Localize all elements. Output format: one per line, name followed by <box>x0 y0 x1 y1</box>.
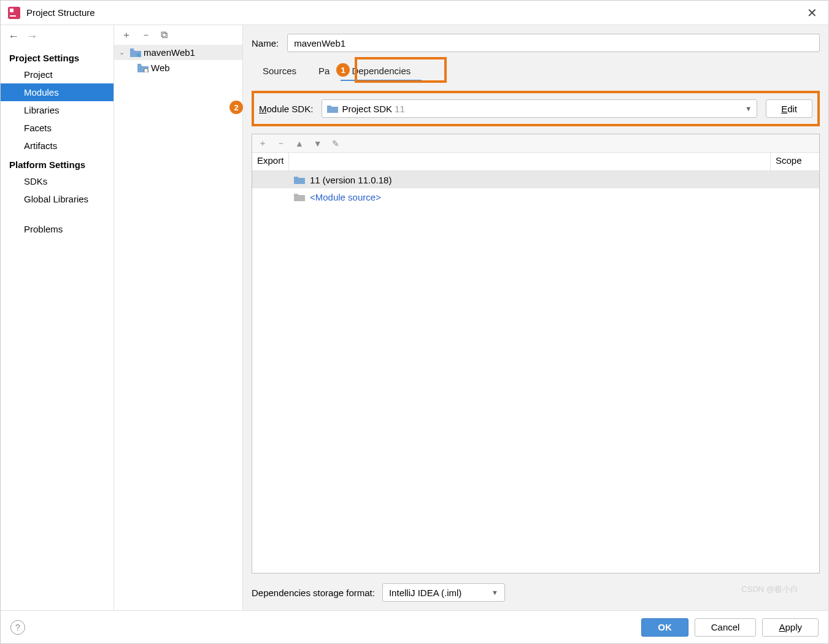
col-export: Export <box>252 153 289 171</box>
dep-row-module-source[interactable]: <Module source> <box>252 188 819 205</box>
name-input[interactable] <box>287 34 820 52</box>
apply-button[interactable]: Apply <box>762 618 819 637</box>
col-scope: Scope <box>770 153 819 171</box>
tab-paths[interactable]: Pa <box>307 62 341 81</box>
web-icon <box>137 64 148 72</box>
close-icon[interactable]: ✕ <box>803 6 821 20</box>
section-title-platform-settings: Platform Settings <box>1 155 114 172</box>
nav-item-problems[interactable]: Problems <box>1 220 114 238</box>
svg-point-4 <box>144 68 148 72</box>
annotation-badge-1: 1 <box>336 63 350 77</box>
folder-icon <box>294 193 305 201</box>
chevron-down-icon: ▼ <box>745 105 752 112</box>
storage-select[interactable]: IntelliJ IDEA (.iml) ▼ <box>382 583 505 602</box>
module-sdk-select[interactable]: Project SDK 11 ▼ <box>322 99 757 118</box>
chevron-down-icon: ▼ <box>492 589 498 596</box>
remove-icon[interactable]: － <box>277 138 285 149</box>
window-title: Project Structure <box>26 7 803 18</box>
folder-icon <box>294 175 305 184</box>
folder-icon <box>327 104 338 113</box>
section-title-project-settings: Project Settings <box>1 48 114 66</box>
nav-item-modules[interactable]: Modules <box>1 83 114 101</box>
sidebar: ← → Project Settings Project Modules Lib… <box>1 25 114 610</box>
tree-root-label: mavenWeb1 <box>144 47 195 58</box>
tree-item-label: Web <box>151 63 170 73</box>
tree-item-web[interactable]: Web <box>114 60 242 75</box>
add-icon[interactable]: ＋ <box>121 29 131 42</box>
main-panel: Name: Sources Pa Dependencies 1 2 Module… <box>243 25 828 610</box>
nav-item-artifacts[interactable]: Artifacts <box>1 137 114 155</box>
ok-button[interactable]: OK <box>641 618 688 637</box>
nav-item-global-libraries[interactable]: Global Libraries <box>1 190 114 208</box>
svg-rect-1 <box>10 9 13 12</box>
name-label: Name: <box>252 38 279 48</box>
nav-item-facets[interactable]: Facets <box>1 119 114 137</box>
dep-row-sdk[interactable]: 11 (version 11.0.18) <box>252 171 819 188</box>
edit-icon[interactable]: ✎ <box>332 139 339 148</box>
dependencies-list: ＋ － ▲ ▼ ✎ Export Scope 11 (version 11.0.… <box>252 134 820 573</box>
nav-back-icon[interactable]: ← <box>8 30 19 43</box>
folder-icon <box>130 48 141 57</box>
annotation-highlight-2: Module SDK: Project SDK 11 ▼ Edit <box>252 91 820 126</box>
add-icon[interactable]: ＋ <box>258 138 267 149</box>
nav-item-project[interactable]: Project <box>1 66 114 83</box>
svg-point-3 <box>137 53 141 57</box>
tab-sources[interactable]: Sources <box>252 62 307 81</box>
module-tree: ＋ － ⧉ ⌄ mavenWeb1 Web <box>114 25 243 610</box>
help-icon[interactable]: ? <box>10 620 25 635</box>
edit-button[interactable]: Edit <box>766 99 812 118</box>
tree-root-module[interactable]: ⌄ mavenWeb1 <box>114 45 242 60</box>
move-up-icon[interactable]: ▲ <box>295 139 304 148</box>
svg-rect-2 <box>10 15 16 17</box>
tab-dependencies[interactable]: Dependencies <box>341 62 422 81</box>
annotation-badge-2: 2 <box>229 101 243 114</box>
copy-icon[interactable]: ⧉ <box>161 29 168 40</box>
module-sdk-label: Module SDK: <box>259 104 313 114</box>
move-down-icon[interactable]: ▼ <box>314 139 322 148</box>
app-icon <box>8 7 20 19</box>
cancel-button[interactable]: Cancel <box>695 618 757 637</box>
nav-item-libraries[interactable]: Libraries <box>1 101 114 119</box>
nav-item-sdks[interactable]: SDKs <box>1 172 114 190</box>
storage-label: Dependencies storage format: <box>252 588 375 598</box>
remove-icon[interactable]: － <box>141 29 151 42</box>
nav-forward-icon[interactable]: → <box>26 30 37 43</box>
expand-icon[interactable]: ⌄ <box>119 48 128 56</box>
